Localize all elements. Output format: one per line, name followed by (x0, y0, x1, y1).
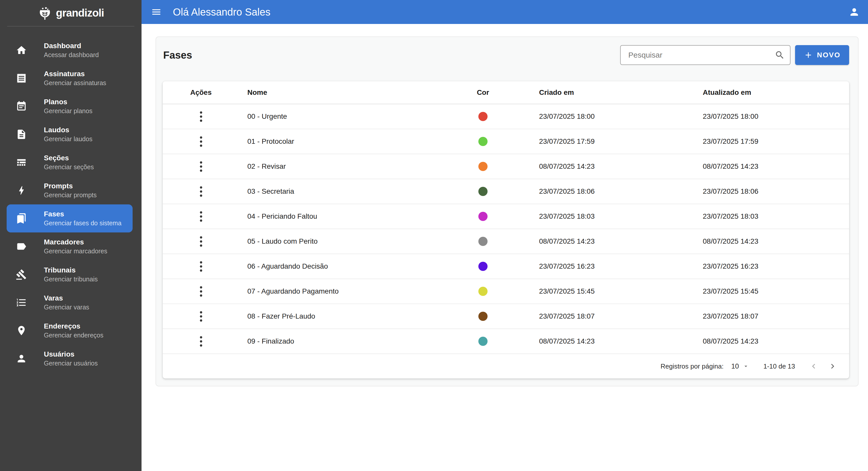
sidebar-item-assinaturas[interactable]: AssinaturasGerenciar assinaturas (7, 64, 133, 92)
fase-name: 04 - Periciando Faltou (239, 212, 454, 220)
row-actions-button[interactable] (195, 307, 207, 326)
new-button[interactable]: NOVO (795, 45, 849, 65)
numbered-list-icon (15, 296, 28, 309)
updated-at: 08/07/2025 14:23 (699, 237, 849, 246)
rows-per-page-select[interactable]: 10 (731, 363, 749, 370)
fases-table: Ações Nome Cor Criado em Atualizado em 0… (163, 81, 849, 378)
updated-at: 08/07/2025 14:23 (699, 337, 849, 345)
sidebar-item-label: Fases (44, 211, 121, 218)
sidebar-item-planos[interactable]: PlanosGerenciar planos (7, 92, 133, 120)
table-row: 00 - Urgente23/07/2025 18:0023/07/2025 1… (163, 104, 849, 129)
menu-icon[interactable] (151, 7, 162, 17)
person-icon (15, 352, 28, 365)
row-actions-button[interactable] (195, 232, 207, 251)
color-dot (478, 312, 488, 321)
row-actions-button[interactable] (195, 157, 207, 176)
sidebar-item-label: Prompts (44, 183, 97, 190)
previous-page-button[interactable] (809, 362, 818, 371)
row-actions-button[interactable] (195, 332, 207, 351)
search-icon[interactable] (775, 50, 785, 60)
fase-name: 08 - Fazer Pré-Laudo (239, 312, 454, 320)
sidebar-item-sublabel: Gerenciar usuários (44, 360, 98, 367)
sidebar-nav: DashboardAcessar dashboardAssinaturasGer… (0, 36, 142, 373)
pagination: Registros por página: 10 1-10 de 13 (163, 354, 849, 378)
sidebar-item-marcadores[interactable]: MarcadoresGerenciar marcadores (7, 232, 133, 260)
color-dot (478, 262, 488, 271)
sidebar-item-sublabel: Gerenciar tribunais (44, 276, 98, 282)
row-actions-button[interactable] (195, 182, 207, 201)
sidebar-item-tribunais[interactable]: TribunaisGerenciar tribunais (7, 260, 133, 288)
fase-name: 03 - Secretaria (239, 187, 454, 195)
sidebar-item-laudos[interactable]: LaudosGerenciar laudos (7, 120, 133, 148)
color-dot (478, 187, 488, 196)
created-at: 23/07/2025 18:00 (513, 113, 699, 121)
column-header-atualizado: Atualizado em (699, 89, 849, 97)
column-header-nome: Nome (239, 89, 454, 97)
page-title: Fases (163, 50, 192, 61)
sidebar-item-label: Assinaturas (44, 70, 106, 77)
created-at: 23/07/2025 18:07 (513, 312, 699, 320)
sidebar-item-sublabel: Gerenciar marcadores (44, 248, 107, 254)
plus-icon (804, 51, 813, 60)
receipt-icon (15, 72, 28, 84)
fase-name: 06 - Aguardando Decisão (239, 262, 454, 271)
fase-name: 05 - Laudo com Perito (239, 237, 454, 246)
sidebar-item-secoes[interactable]: SeçõesGerenciar seções (7, 148, 133, 176)
pagination-range: 1-10 de 13 (764, 363, 795, 370)
created-at: 23/07/2025 18:06 (513, 187, 699, 195)
column-header-criado: Criado em (513, 89, 699, 97)
color-dot (478, 337, 488, 346)
table-row: 06 - Aguardando Decisão23/07/2025 16:232… (163, 254, 849, 279)
label-icon (15, 240, 28, 253)
sidebar-item-label: Endereços (44, 323, 103, 330)
fase-name: 00 - Urgente (239, 113, 454, 121)
sidebar-item-prompts[interactable]: PromptsGerenciar prompts (7, 176, 133, 205)
bookmarks-icon (15, 212, 28, 224)
account-icon[interactable] (848, 6, 860, 18)
sidebar-item-label: Seções (44, 154, 94, 162)
updated-at: 23/07/2025 18:06 (699, 187, 849, 195)
sidebar-item-label: Usuários (44, 351, 98, 358)
sidebar-item-sublabel: Gerenciar assinaturas (44, 80, 106, 86)
header-controls: NOVO (620, 45, 849, 65)
created-at: 23/07/2025 16:23 (513, 262, 699, 271)
bolt-icon (15, 184, 28, 196)
created-at: 08/07/2025 14:23 (513, 237, 699, 246)
row-actions-button[interactable] (195, 207, 207, 226)
created-at: 23/07/2025 18:03 (513, 212, 699, 220)
sidebar-item-sublabel: Gerenciar endereços (44, 332, 103, 339)
sidebar-item-label: Marcadores (44, 239, 107, 246)
column-header-acoes: Ações (163, 89, 239, 97)
topbar: Olá Alessandro Sales (142, 0, 868, 24)
table-row: 05 - Laudo com Perito08/07/2025 14:2308/… (163, 229, 849, 254)
sidebar-item-varas[interactable]: VarasGerenciar varas (7, 288, 133, 317)
row-actions-button[interactable] (195, 257, 207, 276)
caret-down-icon (743, 363, 749, 370)
color-dot (478, 287, 488, 296)
color-dot (478, 112, 488, 121)
next-page-button[interactable] (828, 362, 837, 371)
sidebar: grandizoli DashboardAcessar dashboardAss… (0, 0, 142, 471)
row-actions-button[interactable] (195, 107, 207, 126)
document-icon (15, 128, 28, 140)
sidebar-item-label: Laudos (44, 126, 92, 133)
sidebar-item-enderecos[interactable]: EndereçosGerenciar endereços (7, 317, 133, 345)
created-at: 23/07/2025 17:59 (513, 137, 699, 146)
home-icon (15, 44, 28, 56)
sidebar-item-sublabel: Gerenciar seções (44, 164, 94, 170)
row-actions-button[interactable] (195, 282, 207, 301)
main-area: Olá Alessandro Sales Fases NOVO (142, 0, 868, 471)
sidebar-item-sublabel: Gerenciar prompts (44, 192, 97, 198)
sidebar-item-dashboard[interactable]: DashboardAcessar dashboard (7, 36, 133, 64)
sidebar-item-usuarios[interactable]: UsuáriosGerenciar usuários (7, 345, 133, 373)
card-header: Fases NOVO (163, 43, 849, 65)
search-input[interactable] (620, 45, 790, 65)
sidebar-item-fases[interactable]: FasesGerenciar fases do sistema (7, 205, 133, 232)
topbar-greeting: Olá Alessandro Sales (173, 6, 848, 18)
sidebar-item-sublabel: Gerenciar fases do sistema (44, 220, 121, 226)
search-box (620, 45, 790, 65)
row-actions-button[interactable] (195, 132, 207, 151)
brand-logo[interactable]: grandizoli (7, 0, 134, 27)
table-row: 08 - Fazer Pré-Laudo23/07/2025 18:0723/0… (163, 304, 849, 329)
updated-at: 23/07/2025 18:00 (699, 113, 849, 121)
